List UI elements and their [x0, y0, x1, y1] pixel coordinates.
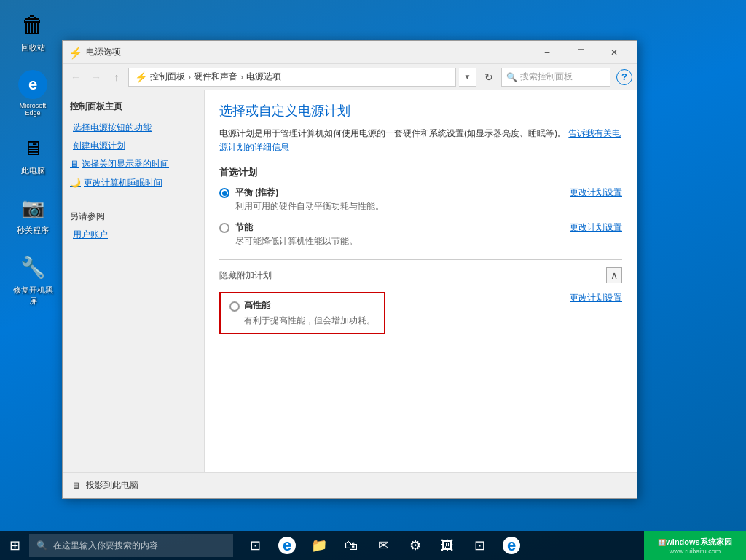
refresh-button[interactable]: ↻: [479, 68, 498, 87]
computer-icon: 🖥: [18, 133, 47, 162]
high-perf-box: 高性能 有利于提高性能，但会增加功耗。: [219, 292, 385, 334]
breadcrumb-part2: 硬件和声音: [194, 71, 237, 83]
content-title: 选择或自定义电源计划: [219, 102, 622, 119]
computer-label: 此电脑: [21, 165, 45, 176]
minimize-button[interactable]: –: [530, 41, 564, 64]
high-perf-radio[interactable]: [229, 301, 240, 312]
up-button[interactable]: ↑: [108, 68, 125, 86]
edge-icon: e: [18, 70, 47, 99]
main-content: 控制面板主页 选择电源按钮的功能 创建电源计划 🖥 选择关闭显示器的时间 🌙 更…: [63, 90, 637, 472]
sidebar-link-create-plan[interactable]: 创建电源计划: [63, 137, 204, 155]
also-see-title: 另请参阅: [70, 210, 197, 223]
sidebar-link-sleep-time[interactable]: 🌙 更改计算机睡眠时间: [63, 174, 204, 192]
desktop: 🗑 回收站 e Microsoft Edge 🖥 此电脑 📷 秒关程序 🔧 修复…: [0, 0, 746, 560]
breadcrumb-part1: 控制面板: [150, 71, 185, 83]
photos-icon: 🖼: [441, 538, 454, 553]
screenshot-label: 秒关程序: [17, 225, 49, 236]
high-performance-plan-item: 高性能 有利于提高性能，但会增加功耗。 更改计划设置: [219, 292, 622, 343]
desktop-icon-edge[interactable]: e Microsoft Edge: [7, 67, 58, 119]
search-box[interactable]: 🔍 搜索控制面板: [501, 68, 610, 87]
edge-label: Microsoft: [20, 102, 47, 109]
desktop-icons: 🗑 回收站 e Microsoft Edge 🖥 此电脑 📷 秒关程序 🔧 修复…: [7, 7, 58, 309]
balanced-plan-name: 平衡 (推荐): [235, 186, 384, 199]
forward-button[interactable]: →: [87, 68, 105, 86]
explorer-icon: 📁: [311, 537, 327, 553]
project-label: 投影到此电脑: [86, 479, 138, 492]
sleep-icon: 🌙: [70, 176, 81, 190]
store-button[interactable]: 🛍: [337, 531, 366, 560]
high-perf-plan-link[interactable]: 更改计划设置: [570, 292, 622, 304]
display-icon: 🖥: [70, 157, 79, 171]
breadcrumb-arrow1: ›: [188, 72, 191, 82]
desktop-icon-repair[interactable]: 🔧 修复开机黑屏: [7, 250, 58, 309]
mail-button[interactable]: ✉: [369, 531, 398, 560]
bottom-bar: 🖥 投影到此电脑: [63, 472, 637, 498]
display-off-label: 选择关闭显示器的时间: [82, 157, 169, 171]
taskbar-search-icon: 🔍: [36, 540, 47, 551]
project-icon: 🖥: [71, 481, 80, 491]
sidebar-main-title: 控制面板主页: [63, 98, 204, 119]
task-view-button[interactable]: ⊡: [240, 531, 270, 560]
power-saver-plan-item: 节能 尽可能降低计算机性能以节能。 更改计划设置: [219, 221, 622, 248]
taskbar-search[interactable]: 🔍 在这里输入你要搜索的内容: [29, 534, 233, 557]
sleep-time-label: 更改计算机睡眠时间: [84, 176, 162, 190]
desktop-icon-recycle[interactable]: 🗑 回收站: [7, 7, 58, 56]
hidden-plans-section: 隐藏附加计划 ∧ 高性能 有利于提高性能，但会增加功耗。: [219, 259, 622, 343]
repair-icon: 🔧: [18, 253, 47, 282]
settings-button[interactable]: ⚙: [401, 531, 430, 560]
sidebar-link-user-account[interactable]: 用户账户: [63, 226, 204, 244]
window-icon: ⚡: [68, 46, 82, 59]
power-saver-plan-name: 节能: [235, 221, 358, 234]
edge2-button[interactable]: e: [497, 531, 526, 560]
address-bar: ← → ↑ ⚡ 控制面板 › 硬件和声音 › 电源选项 ▼ ↻ 🔍 搜索控制面板…: [63, 64, 637, 90]
photos-button[interactable]: 🖼: [433, 531, 462, 560]
settings-icon: ⚙: [409, 537, 421, 553]
balanced-plan-link[interactable]: 更改计划设置: [570, 186, 622, 199]
back-button[interactable]: ←: [67, 68, 85, 86]
high-perf-plan-desc: 有利于提高性能，但会增加功耗。: [229, 315, 375, 327]
power-saver-plan-link[interactable]: 更改计划设置: [570, 221, 622, 234]
address-path[interactable]: ⚡ 控制面板 › 硬件和声音 › 电源选项: [128, 68, 456, 87]
brand-text: 🪟windows系统家园: [658, 537, 731, 548]
edge-taskbar-button[interactable]: e: [272, 531, 302, 560]
title-bar: ⚡ 电源选项 – ☐ ✕: [63, 41, 637, 64]
device-manager-icon: ⊡: [474, 537, 485, 553]
close-button[interactable]: ✕: [597, 41, 631, 64]
power-saver-radio[interactable]: [219, 223, 229, 233]
address-dropdown[interactable]: ▼: [459, 68, 476, 87]
help-button[interactable]: ?: [616, 69, 632, 85]
sidebar-link-power-button[interactable]: 选择电源按钮的功能: [63, 119, 204, 137]
store-icon: 🛍: [345, 538, 358, 553]
desktop-icon-computer[interactable]: 🖥 此电脑: [7, 130, 58, 179]
preferred-plans-section: 首选计划 平衡 (推荐) 利用可用的硬件自动平衡功耗与性能。 更改计划设置: [219, 166, 622, 248]
task-view-icon: ⊡: [250, 537, 261, 553]
screenshot-icon: 📷: [18, 193, 47, 222]
maximize-button[interactable]: ☐: [564, 41, 597, 64]
start-button[interactable]: ⊞: [0, 531, 29, 560]
search-placeholder: 搜索控制面板: [520, 71, 573, 83]
window-title: 电源选项: [86, 46, 530, 58]
also-see-section: 另请参阅: [63, 208, 204, 226]
sidebar-link-display-off[interactable]: 🖥 选择关闭显示器的时间: [63, 155, 204, 173]
balanced-radio[interactable]: [219, 188, 229, 198]
recycle-bin-icon: 🗑: [18, 10, 47, 39]
taskbar-search-placeholder: 在这里输入你要搜索的内容: [53, 540, 158, 552]
start-icon: ⊞: [9, 537, 20, 553]
edge-taskbar-icon: e: [278, 537, 296, 554]
search-icon: 🔍: [506, 72, 517, 82]
explorer-button[interactable]: 📁: [305, 531, 334, 560]
sidebar-divider: [63, 200, 204, 200]
balanced-plan-desc: 利用可用的硬件自动平衡功耗与性能。: [235, 200, 384, 213]
breadcrumb-arrow2: ›: [240, 72, 243, 82]
preferred-label: 首选计划: [219, 166, 622, 179]
device-manager-button[interactable]: ⊡: [465, 531, 494, 560]
edge2-icon: e: [503, 537, 520, 554]
desktop-icon-screenshot[interactable]: 📷 秒关程序: [7, 190, 58, 239]
brand-sub: www.ruibaitu.com: [670, 548, 721, 555]
content-area: 选择或自定义电源计划 电源计划是用于管理计算机如何使用电源的一套硬件和系统设置(…: [205, 90, 637, 472]
balanced-plan-item: 平衡 (推荐) 利用可用的硬件自动平衡功耗与性能。 更改计划设置: [219, 186, 622, 213]
address-icon: ⚡: [135, 71, 147, 83]
mail-icon: ✉: [378, 537, 389, 553]
collapse-button[interactable]: ∧: [606, 267, 622, 283]
breadcrumb-part3: 电源选项: [246, 71, 281, 83]
